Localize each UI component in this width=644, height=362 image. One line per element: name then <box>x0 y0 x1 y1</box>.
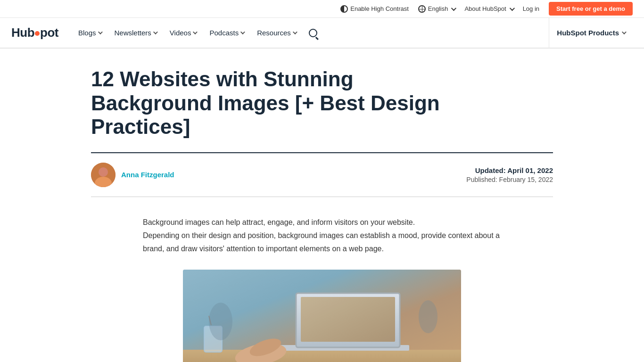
author-avatar <box>91 163 116 187</box>
article-meta: Anna Fitzgerald Updated: April 01, 2022 … <box>91 163 553 187</box>
login-label: Log in <box>523 5 539 12</box>
intro-text-2: Depending on their design and position, … <box>143 231 500 253</box>
logo-dot-icon <box>35 31 40 36</box>
start-free-button[interactable]: Start free or get a demo <box>549 2 633 16</box>
nav-item-videos[interactable]: Videos <box>163 17 203 48</box>
top-bar-left-items: Enable High Contrast English About HubSp… <box>340 2 633 16</box>
nav-item-podcasts[interactable]: Podcasts <box>203 17 250 48</box>
about-hubspot-link[interactable]: About HubSpot <box>464 5 513 12</box>
article-intro: Background images can help attract, enga… <box>143 216 501 255</box>
high-contrast-label: Enable High Contrast <box>350 5 409 12</box>
svg-rect-14 <box>183 270 461 362</box>
hubspot-logo[interactable]: Hubpot <box>11 25 58 40</box>
high-contrast-toggle[interactable]: Enable High Contrast <box>340 5 409 13</box>
meta-divider-bottom <box>91 197 553 197</box>
nav-item-resources[interactable]: Resources <box>250 17 303 48</box>
nav-item-newsletters[interactable]: Newsletters <box>108 17 163 48</box>
svg-point-1 <box>99 167 108 177</box>
published-date-value: February 15, 2022 <box>499 176 553 183</box>
about-hubspot-label: About HubSpot <box>464 5 506 12</box>
nav-newsletters-label: Newsletters <box>115 29 151 37</box>
nav-resources-label: Resources <box>257 29 291 37</box>
article-body: Background images can help attract, enga… <box>143 216 501 362</box>
hubspot-products-label: HubSpot Products <box>557 29 619 37</box>
resources-chevron-icon <box>293 30 297 34</box>
podcasts-chevron-icon <box>240 30 245 34</box>
hubspot-products-menu[interactable]: HubSpot Products <box>549 17 633 48</box>
newsletters-chevron-icon <box>153 30 158 34</box>
search-button[interactable] <box>305 25 322 41</box>
hero-image-svg <box>183 270 461 362</box>
blogs-chevron-icon <box>98 30 102 34</box>
top-bar: Enable High Contrast English About HubSp… <box>0 0 644 18</box>
nav-item-blogs[interactable]: Blogs <box>72 17 108 48</box>
search-icon <box>309 29 317 37</box>
date-section: Updated: April 01, 2022 Published: Febru… <box>466 166 553 183</box>
language-selector[interactable]: English <box>418 5 455 13</box>
videos-chevron-icon <box>193 30 198 34</box>
intro-text-1: Background images can help attract, enga… <box>143 218 415 226</box>
published-date: Published: February 15, 2022 <box>466 176 553 183</box>
published-label: Published: <box>466 176 497 183</box>
language-label: English <box>428 5 448 12</box>
globe-icon <box>418 5 426 13</box>
article-container: 12 Websites with Stunning Background Ima… <box>63 49 581 362</box>
contrast-icon <box>340 5 348 13</box>
updated-date-value: April 01, 2022 <box>507 166 553 174</box>
author-name-link[interactable]: Anna Fitzgerald <box>121 171 174 179</box>
language-chevron-icon <box>451 5 456 10</box>
updated-label: Updated: <box>475 166 506 174</box>
login-link[interactable]: Log in <box>523 5 539 12</box>
nav-blogs-label: Blogs <box>78 29 96 37</box>
author-section: Anna Fitzgerald <box>91 163 174 187</box>
logo-text: Hubpot <box>11 25 58 40</box>
avatar-image <box>91 163 116 187</box>
article-title: 12 Websites with Stunning Background Ima… <box>91 67 478 139</box>
about-chevron-icon <box>509 5 514 10</box>
hubspot-products-chevron-icon <box>622 30 627 34</box>
article-hero-image <box>183 270 461 362</box>
nav-items: Blogs Newsletters Videos Podcasts Resour… <box>72 17 549 48</box>
title-divider <box>91 152 553 153</box>
nav-videos-label: Videos <box>170 29 191 37</box>
nav-podcasts-label: Podcasts <box>209 29 239 37</box>
updated-date: Updated: April 01, 2022 <box>466 166 553 174</box>
main-navigation: Hubpot Blogs Newsletters Videos Podcasts… <box>0 18 644 49</box>
